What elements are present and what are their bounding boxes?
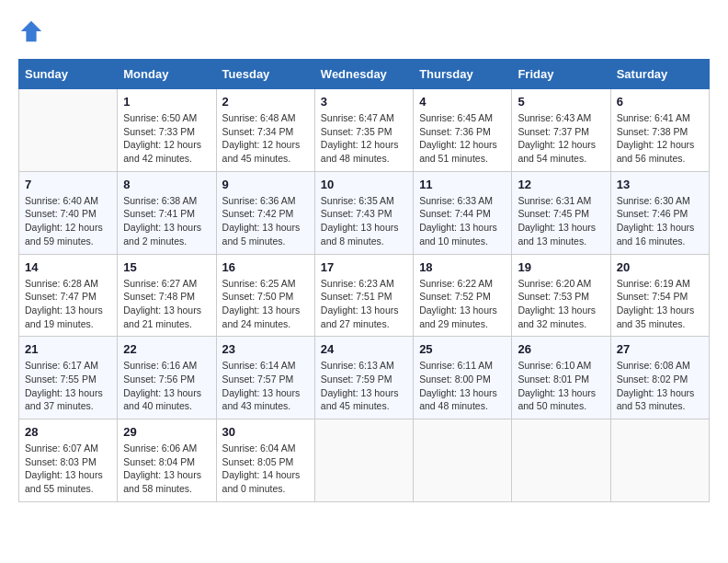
day-number: 26	[518, 342, 604, 356]
calendar-cell: 27Sunrise: 6:08 AM Sunset: 8:02 PM Dayli…	[610, 337, 709, 419]
day-number: 15	[123, 260, 210, 274]
day-info: Sunrise: 6:36 AM Sunset: 7:42 PM Dayligh…	[222, 194, 309, 248]
calendar-cell: 15Sunrise: 6:27 AM Sunset: 7:48 PM Dayli…	[118, 254, 216, 337]
calendar-cell: 13Sunrise: 6:30 AM Sunset: 7:46 PM Dayli…	[610, 171, 709, 254]
calendar-cell: 29Sunrise: 6:06 AM Sunset: 8:04 PM Dayli…	[118, 419, 216, 502]
day-info: Sunrise: 6:23 AM Sunset: 7:51 PM Dayligh…	[321, 277, 407, 331]
day-of-week-header: Sunday	[19, 60, 118, 89]
day-info: Sunrise: 6:30 AM Sunset: 7:46 PM Dayligh…	[617, 194, 703, 248]
day-number: 22	[123, 342, 210, 356]
day-number: 3	[321, 95, 407, 109]
calendar-cell: 20Sunrise: 6:19 AM Sunset: 7:54 PM Dayli…	[610, 254, 709, 337]
calendar-cell: 16Sunrise: 6:25 AM Sunset: 7:50 PM Dayli…	[216, 254, 314, 337]
day-info: Sunrise: 6:33 AM Sunset: 7:44 PM Dayligh…	[419, 194, 506, 248]
day-number: 20	[617, 260, 703, 274]
calendar-cell: 8Sunrise: 6:38 AM Sunset: 7:41 PM Daylig…	[118, 171, 216, 254]
day-number: 16	[222, 260, 309, 274]
day-number: 14	[25, 260, 111, 274]
day-of-week-header: Saturday	[610, 60, 709, 89]
day-info: Sunrise: 6:28 AM Sunset: 7:47 PM Dayligh…	[25, 277, 111, 331]
day-info: Sunrise: 6:08 AM Sunset: 8:02 PM Dayligh…	[617, 359, 703, 413]
day-number: 4	[419, 95, 506, 109]
calendar-cell	[19, 89, 118, 172]
day-info: Sunrise: 6:06 AM Sunset: 8:04 PM Dayligh…	[123, 442, 210, 496]
day-info: Sunrise: 6:22 AM Sunset: 7:52 PM Dayligh…	[419, 277, 506, 331]
day-number: 19	[518, 260, 604, 274]
calendar-cell: 2Sunrise: 6:48 AM Sunset: 7:34 PM Daylig…	[216, 89, 314, 172]
logo	[18, 18, 48, 44]
calendar-cell: 7Sunrise: 6:40 AM Sunset: 7:40 PM Daylig…	[19, 171, 118, 254]
day-info: Sunrise: 6:20 AM Sunset: 7:53 PM Dayligh…	[518, 277, 604, 331]
calendar-cell: 5Sunrise: 6:43 AM Sunset: 7:37 PM Daylig…	[512, 89, 610, 172]
day-info: Sunrise: 6:07 AM Sunset: 8:03 PM Dayligh…	[25, 442, 111, 496]
calendar-cell: 26Sunrise: 6:10 AM Sunset: 8:01 PM Dayli…	[512, 337, 610, 419]
calendar-cell: 6Sunrise: 6:41 AM Sunset: 7:38 PM Daylig…	[610, 89, 709, 172]
calendar-cell: 21Sunrise: 6:17 AM Sunset: 7:55 PM Dayli…	[19, 337, 118, 419]
svg-marker-0	[21, 21, 41, 41]
calendar-cell	[610, 419, 709, 502]
day-of-week-header: Tuesday	[216, 60, 314, 89]
day-info: Sunrise: 6:31 AM Sunset: 7:45 PM Dayligh…	[518, 194, 604, 248]
day-info: Sunrise: 6:40 AM Sunset: 7:40 PM Dayligh…	[25, 194, 111, 248]
day-of-week-header: Thursday	[414, 60, 512, 89]
day-number: 23	[222, 342, 309, 356]
day-of-week-header: Wednesday	[314, 60, 413, 89]
day-info: Sunrise: 6:16 AM Sunset: 7:56 PM Dayligh…	[123, 359, 210, 413]
calendar-cell: 12Sunrise: 6:31 AM Sunset: 7:45 PM Dayli…	[512, 171, 610, 254]
day-number: 8	[123, 178, 210, 191]
day-number: 1	[123, 95, 210, 109]
calendar-cell: 3Sunrise: 6:47 AM Sunset: 7:35 PM Daylig…	[314, 89, 413, 172]
calendar-cell: 10Sunrise: 6:35 AM Sunset: 7:43 PM Dayli…	[314, 171, 413, 254]
day-info: Sunrise: 6:04 AM Sunset: 8:05 PM Dayligh…	[222, 442, 309, 496]
day-number: 21	[25, 342, 111, 356]
day-info: Sunrise: 6:45 AM Sunset: 7:36 PM Dayligh…	[419, 111, 506, 166]
calendar-cell: 9Sunrise: 6:36 AM Sunset: 7:42 PM Daylig…	[216, 171, 314, 254]
day-number: 24	[321, 342, 407, 356]
calendar-cell: 19Sunrise: 6:20 AM Sunset: 7:53 PM Dayli…	[512, 254, 610, 337]
calendar-cell: 30Sunrise: 6:04 AM Sunset: 8:05 PM Dayli…	[216, 419, 314, 502]
day-number: 29	[123, 425, 210, 439]
calendar-cell: 11Sunrise: 6:33 AM Sunset: 7:44 PM Dayli…	[414, 171, 512, 254]
day-info: Sunrise: 6:43 AM Sunset: 7:37 PM Dayligh…	[518, 111, 604, 166]
day-info: Sunrise: 6:35 AM Sunset: 7:43 PM Dayligh…	[321, 194, 407, 248]
day-info: Sunrise: 6:10 AM Sunset: 8:01 PM Dayligh…	[518, 359, 604, 413]
calendar-week-row: 1Sunrise: 6:50 AM Sunset: 7:33 PM Daylig…	[19, 89, 710, 172]
logo-icon	[18, 18, 44, 44]
day-info: Sunrise: 6:13 AM Sunset: 7:59 PM Dayligh…	[321, 359, 407, 413]
calendar-cell: 14Sunrise: 6:28 AM Sunset: 7:47 PM Dayli…	[19, 254, 118, 337]
day-info: Sunrise: 6:38 AM Sunset: 7:41 PM Dayligh…	[123, 194, 210, 248]
calendar-cell: 23Sunrise: 6:14 AM Sunset: 7:57 PM Dayli…	[216, 337, 314, 419]
day-info: Sunrise: 6:17 AM Sunset: 7:55 PM Dayligh…	[25, 359, 111, 413]
day-number: 13	[617, 178, 703, 191]
calendar-cell: 18Sunrise: 6:22 AM Sunset: 7:52 PM Dayli…	[414, 254, 512, 337]
day-of-week-header: Friday	[512, 60, 610, 89]
day-number: 10	[321, 178, 407, 191]
day-info: Sunrise: 6:50 AM Sunset: 7:33 PM Dayligh…	[123, 111, 210, 166]
day-number: 5	[518, 95, 604, 109]
day-info: Sunrise: 6:11 AM Sunset: 8:00 PM Dayligh…	[419, 359, 506, 413]
day-info: Sunrise: 6:41 AM Sunset: 7:38 PM Dayligh…	[617, 111, 703, 166]
day-number: 6	[617, 95, 703, 109]
calendar-cell: 17Sunrise: 6:23 AM Sunset: 7:51 PM Dayli…	[314, 254, 413, 337]
day-number: 27	[617, 342, 703, 356]
calendar-week-row: 14Sunrise: 6:28 AM Sunset: 7:47 PM Dayli…	[19, 254, 710, 337]
calendar-cell	[512, 419, 610, 502]
calendar-table: SundayMondayTuesdayWednesdayThursdayFrid…	[18, 59, 710, 502]
day-info: Sunrise: 6:25 AM Sunset: 7:50 PM Dayligh…	[222, 277, 309, 331]
day-number: 12	[518, 178, 604, 191]
calendar-cell	[414, 419, 512, 502]
day-number: 30	[222, 425, 309, 439]
calendar-cell	[314, 419, 413, 502]
day-of-week-header: Monday	[118, 60, 216, 89]
calendar-cell: 22Sunrise: 6:16 AM Sunset: 7:56 PM Dayli…	[118, 337, 216, 419]
calendar-cell: 25Sunrise: 6:11 AM Sunset: 8:00 PM Dayli…	[414, 337, 512, 419]
calendar-cell: 24Sunrise: 6:13 AM Sunset: 7:59 PM Dayli…	[314, 337, 413, 419]
day-number: 11	[419, 178, 506, 191]
day-number: 25	[419, 342, 506, 356]
days-header-row: SundayMondayTuesdayWednesdayThursdayFrid…	[19, 60, 710, 89]
calendar-week-row: 21Sunrise: 6:17 AM Sunset: 7:55 PM Dayli…	[19, 337, 710, 419]
day-number: 28	[25, 425, 111, 439]
day-number: 7	[25, 178, 111, 191]
day-number: 2	[222, 95, 309, 109]
day-info: Sunrise: 6:27 AM Sunset: 7:48 PM Dayligh…	[123, 277, 210, 331]
